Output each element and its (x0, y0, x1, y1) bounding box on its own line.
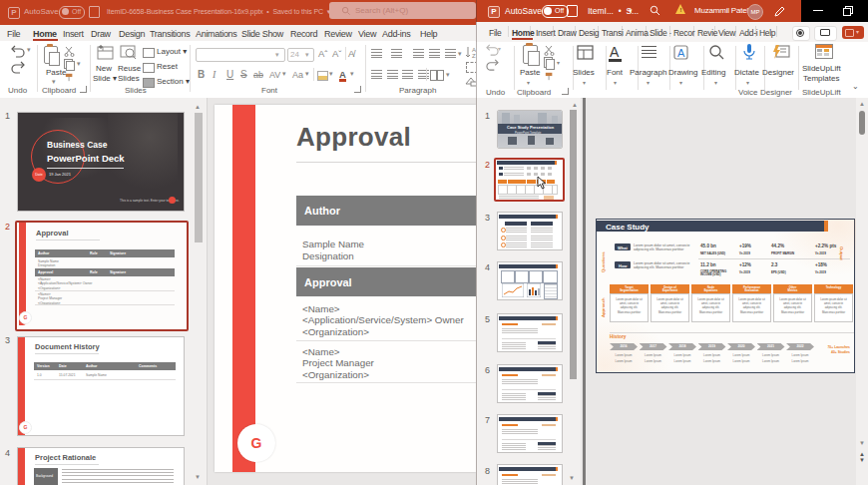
svg-text:A: A (677, 47, 685, 59)
